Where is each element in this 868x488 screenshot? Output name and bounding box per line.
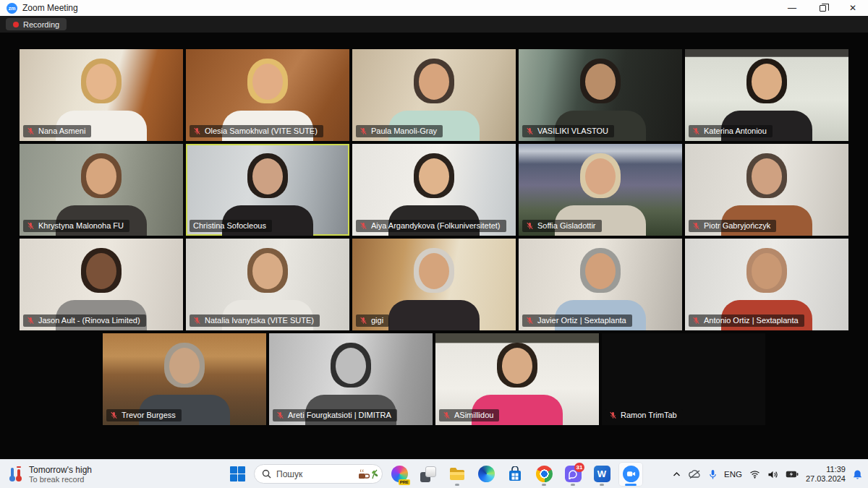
- participant-name-tag: Aiya Argandykova (Folkuniversitetet): [356, 220, 506, 232]
- taskbar-app-zoom[interactable]: [618, 462, 643, 487]
- participant-name-tag: Olesia Samokhval (VITE SUTE): [190, 125, 323, 137]
- participant-name-tag: VASILIKI VLASTOU: [522, 125, 614, 137]
- taskbar-app-edge[interactable]: [474, 462, 498, 487]
- participant-tile[interactable]: Natalia Ivanytska (VITE SUTE): [186, 239, 349, 330]
- participant-name: Antonio Ortiz | Sextaplanta: [704, 316, 799, 325]
- close-button[interactable]: ✕: [838, 0, 868, 16]
- thermometer-icon: [7, 466, 23, 483]
- taskbar-clock[interactable]: 11:39 27.03.2024: [806, 465, 846, 484]
- taskbar-app-task-view[interactable]: [416, 462, 441, 487]
- person-head: [502, 348, 532, 384]
- participant-name-tag: Areti Fourgkatsioti | DIMITRA: [273, 409, 397, 421]
- participant-name: Soffia Gisladottir: [537, 221, 596, 230]
- participant-tile[interactable]: Soffia Gisladottir: [519, 144, 682, 236]
- person-head: [169, 348, 200, 384]
- participant-name-tag: Ramon TrimTab: [605, 409, 683, 421]
- participant-grid: Nana Asmeni Olesia Samokhval (VITE SUTE): [20, 49, 848, 425]
- participant-name: Natalia Ivanytska (VITE SUTE): [205, 316, 314, 325]
- participant-name-tag: Javier Ortiz | Sextaplanta: [522, 314, 632, 327]
- copilot-pre-badge: PRE: [399, 479, 410, 485]
- mic-muted-icon: [692, 222, 700, 230]
- participant-tile[interactable]: Javier Ortiz | Sextaplanta: [519, 239, 682, 330]
- tray-chevron-up-icon[interactable]: [673, 471, 681, 477]
- participant-tile[interactable]: Aiya Argandykova (Folkuniversitetet): [352, 144, 516, 236]
- restore-icon: [820, 5, 826, 12]
- window-titlebar: zm Zoom Meeting — ✕: [0, 0, 868, 16]
- participant-tile[interactable]: Olesia Samokhval (VITE SUTE): [186, 49, 349, 141]
- participant-name: gigi: [371, 316, 383, 325]
- mic-muted-icon: [27, 222, 35, 230]
- participant-name-tag: Nana Asmeni: [23, 125, 91, 137]
- notification-bell-icon[interactable]: [853, 469, 862, 480]
- participant-name: Aiya Argandykova (Folkuniversitetet): [371, 221, 501, 230]
- running-indicator: [625, 484, 637, 486]
- participant-tile[interactable]: ASimillidou: [435, 333, 599, 425]
- participant-tile[interactable]: Piotr Gabryjończyk: [685, 144, 848, 236]
- participant-name-tag: Paula Manoli-Gray: [356, 125, 443, 137]
- running-indicator: [600, 484, 604, 486]
- participant-tile[interactable]: Ramon TrimTab: [602, 333, 765, 425]
- minimize-button[interactable]: —: [777, 0, 807, 16]
- weather-subline: To break record: [29, 475, 92, 484]
- person-head: [585, 158, 616, 194]
- participant-name: Javier Ortiz | Sextaplanta: [537, 316, 626, 325]
- task-view-icon: [420, 466, 436, 482]
- participant-name: ASimillidou: [454, 411, 493, 419]
- participant-name-tag: Piotr Gabryjończyk: [689, 220, 776, 232]
- wifi-icon[interactable]: [749, 470, 760, 479]
- zoom-app-icon: zm: [7, 3, 17, 14]
- person-head: [252, 64, 283, 100]
- participant-name-tag: ASimillidou: [439, 409, 499, 421]
- person-head: [752, 253, 782, 289]
- participant-name-tag: Natalia Ivanytska (VITE SUTE): [190, 314, 320, 327]
- participant-tile[interactable]: Trevor Burgess: [103, 333, 266, 425]
- participant-tile[interactable]: Katerina Antoniou: [685, 49, 848, 141]
- person-head: [336, 348, 366, 384]
- person-head: [585, 253, 616, 289]
- language-indicator[interactable]: ENG: [724, 470, 742, 479]
- mic-muted-icon: [276, 411, 284, 419]
- participant-name: Christina Sofocleous: [193, 221, 266, 230]
- person-head: [252, 158, 283, 194]
- participant-tile[interactable]: Areti Fourgkatsioti | DIMITRA: [269, 333, 433, 425]
- taskbar-app-copilot[interactable]: PRE: [387, 462, 412, 487]
- taskbar-app-viber[interactable]: 31: [561, 462, 585, 487]
- start-button[interactable]: [225, 462, 250, 487]
- file-explorer-icon: [448, 466, 466, 482]
- restore-button[interactable]: [807, 0, 838, 16]
- mic-muted-icon: [110, 411, 118, 419]
- video-area: Nana Asmeni Olesia Samokhval (VITE SUTE): [0, 33, 868, 459]
- weather-widget[interactable]: Tomorrow's high To break record: [7, 460, 92, 488]
- taskbar-app-file-explorer[interactable]: [445, 462, 469, 487]
- participant-name: Katerina Antoniou: [704, 127, 767, 135]
- participant-tile[interactable]: gigi: [352, 239, 516, 330]
- participant-tile[interactable]: Paula Manoli-Gray: [352, 49, 516, 141]
- volume-icon[interactable]: [767, 470, 778, 479]
- participant-tile[interactable]: Khrystyna Malonoha FU: [20, 144, 183, 236]
- search-icon: [262, 469, 271, 479]
- taskbar-app-store[interactable]: [503, 462, 527, 487]
- person-head: [86, 64, 116, 100]
- windows-logo-icon: [230, 466, 245, 481]
- search-input[interactable]: Пошук: [254, 464, 383, 484]
- search-highlight-icon: [357, 467, 378, 481]
- person-head: [86, 253, 116, 289]
- battery-icon[interactable]: [786, 470, 799, 479]
- participant-name: Piotr Gabryjończyk: [704, 221, 770, 230]
- taskbar-app-chrome[interactable]: [532, 462, 556, 487]
- taskbar-app-word[interactable]: W: [590, 462, 614, 487]
- participant-name-tag: Soffia Gisladottir: [522, 220, 602, 232]
- recording-indicator[interactable]: Recording: [6, 18, 67, 30]
- participant-tile[interactable]: Jason Ault - (Rinova Limited): [20, 239, 183, 330]
- participant-name: Jason Ault - (Rinova Limited): [38, 316, 140, 325]
- participant-tile[interactable]: Christina Sofocleous: [186, 144, 349, 236]
- participant-tile[interactable]: Antonio Ortiz | Sextaplanta: [685, 239, 848, 330]
- onedrive-paused-icon[interactable]: [688, 469, 702, 479]
- mic-in-use-icon[interactable]: [709, 469, 717, 480]
- person-head: [752, 158, 782, 194]
- mic-muted-icon: [692, 317, 700, 325]
- participant-tile[interactable]: Nana Asmeni: [20, 49, 183, 141]
- participant-tile[interactable]: VASILIKI VLASTOU: [519, 49, 682, 141]
- zoom-icon: [623, 466, 639, 482]
- tray-time: 11:39: [806, 465, 846, 474]
